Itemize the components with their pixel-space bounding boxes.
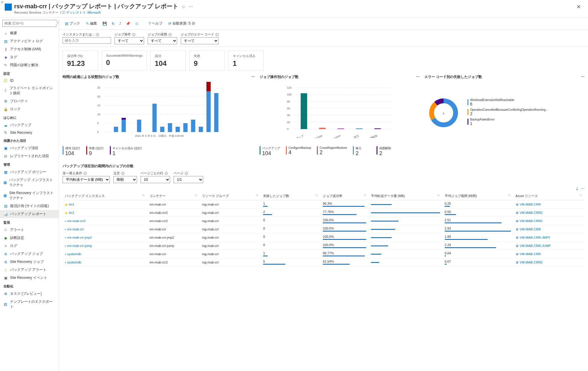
sidebar-item[interactable]: ⧉バックアップ ジョブ: [0, 250, 59, 258]
nav-item-label: アクセス制御 (IAM): [10, 47, 41, 52]
filter-operation-select[interactable]: すべて: [115, 37, 144, 44]
chart2-more-icon[interactable]: ⋯: [416, 74, 420, 79]
info-icon[interactable]: i: [121, 172, 124, 175]
sidebar-item[interactable]: ▦バックアップ ポリシー: [0, 168, 59, 176]
more-icon[interactable]: ⋯: [189, 4, 193, 9]
resource-link[interactable]: VM-MAB-CRR: [520, 203, 541, 206]
sidebar-item[interactable]: ▤アクティビティ ログ: [0, 37, 59, 45]
sidebar-item[interactable]: ⚙プロパティ: [0, 97, 59, 105]
nav-item-icon: ↻: [4, 131, 8, 135]
sidebar-item[interactable]: ▤復旧計画 (サイトの回復): [0, 202, 59, 210]
info-icon[interactable]: i: [169, 33, 172, 36]
sidebar-item[interactable]: ⚷アクセス制御 (IAM): [0, 45, 59, 53]
table-header[interactable]: コンテナー↑↓: [147, 192, 200, 200]
directory-link[interactable]: ディレクトリ: Microsoft: [66, 11, 101, 14]
instance-link[interactable]: hn1: [69, 203, 74, 206]
refresh-icon[interactable]: ↻: [110, 20, 116, 27]
instance-link[interactable]: hn1: [69, 211, 74, 214]
resource-link[interactable]: VM-MAB-CRR2: [520, 219, 543, 223]
instance-link[interactable]: vm-mab-crr-jump: [67, 244, 92, 248]
svg-text:2021 年 5 月 8 日、日曜日、午後 4:00:00: 2021 年 5 月 8 日、日曜日、午後 4:00:00: [135, 134, 184, 137]
search-input[interactable]: [2, 20, 56, 27]
nav-section-title: 監視: [0, 218, 59, 226]
sidebar-item[interactable]: ◉診断設定: [0, 234, 59, 242]
resource-link[interactable]: VM-MAB-CRR-JUMP: [520, 244, 551, 248]
filter-error-select[interactable]: すべて: [181, 37, 219, 44]
order-select[interactable]: 降順: [113, 176, 137, 183]
table-header[interactable]: 失敗したジョブ数↑↓: [261, 192, 320, 200]
sidebar-item[interactable]: ▣Site Recovery イベント: [0, 274, 59, 282]
sidebar-item[interactable]: ▣バックアップ項目: [0, 144, 59, 152]
info-icon[interactable]: i: [96, 33, 99, 36]
instance-link[interactable]: vm-mab-crr-jmp2: [67, 236, 92, 239]
sidebar-item[interactable]: ▤テンプレートのエクスポート: [0, 298, 59, 311]
share-icon[interactable]: ⤴: [118, 20, 123, 27]
info-icon[interactable]: i: [216, 33, 219, 36]
sort-select[interactable]: 平均転送データ量 (MB): [63, 176, 110, 183]
svg-rect-49: [374, 128, 381, 129]
info-icon[interactable]: i: [132, 33, 135, 36]
sidebar-item[interactable]: ⚙タスク (プレビュー): [0, 290, 59, 298]
collapse-sidebar-icon[interactable]: «: [56, 21, 60, 25]
table-header[interactable]: 平均転送データ量 (MB)↑↓: [369, 192, 442, 200]
sidebar-item[interactable]: ≡ログ: [0, 242, 59, 250]
page-select[interactable]: 1/1: [174, 176, 203, 183]
filter-status-select[interactable]: すべて: [148, 37, 177, 44]
instance-link[interactable]: systemdb: [67, 261, 81, 264]
save-icon[interactable]: 💾: [101, 20, 109, 27]
svg-text:5: 5: [97, 122, 99, 125]
table-header[interactable]: バックアップ インスタンス↑↓: [63, 192, 147, 200]
filter-instance-input[interactable]: [63, 37, 111, 44]
container-cell: vm-mab-crr-jmp2: [147, 233, 200, 242]
instance-link[interactable]: vm-mab-crr: [67, 227, 84, 231]
sidebar-item[interactable]: 📊バックアップ レポート: [0, 210, 59, 218]
sidebar-item[interactable]: ⚠バックアップ アラート: [0, 266, 59, 274]
info-icon[interactable]: i: [185, 172, 188, 175]
instance-link[interactable]: systemdb: [67, 252, 81, 256]
sidebar-item[interactable]: ⚿ID: [0, 77, 59, 84]
sidebar-item[interactable]: 🔒ロック: [0, 105, 59, 113]
nav-item-icon: ⧉: [4, 260, 8, 264]
table-header[interactable]: リソース グループ↑↓: [200, 192, 261, 200]
help-button[interactable]: ?ヘルプ: [146, 20, 165, 27]
sidebar-item[interactable]: ⤴プライベート エンドポイント接続: [0, 84, 59, 97]
export-icon[interactable]: ⤓: [576, 187, 579, 191]
sidebar-item[interactable]: ↻Site Recovery: [0, 129, 59, 136]
edit-button[interactable]: ✎編集: [84, 20, 100, 27]
table-header[interactable]: 平均ジョブ期間 (時間)↑↓: [442, 192, 513, 200]
sidebar-item[interactable]: ✎問題の診断と解決: [0, 61, 59, 69]
resource-link[interactable]: VM-MAB-CRR-JMP2: [520, 236, 550, 239]
workbook-button[interactable]: ▤ブック: [63, 20, 82, 27]
table-more-icon[interactable]: ⋯: [581, 187, 584, 191]
rate-cell: 100.0%: [320, 217, 369, 225]
sidebar-item[interactable]: ☁バックアップ: [0, 121, 59, 129]
resource-link[interactable]: VM-MAB-CRR2: [520, 211, 543, 214]
sidebar-item[interactable]: ⟐概要: [0, 29, 59, 37]
rows-select[interactable]: 10: [141, 176, 170, 183]
sidebar-item[interactable]: ◆タグ: [0, 53, 59, 61]
kpi-value: 104: [155, 59, 181, 68]
smiley-icon[interactable]: ☺: [133, 20, 140, 27]
pin-icon[interactable]: ☆: [182, 4, 185, 9]
table-header[interactable]: Azure リソース↑↓: [513, 192, 584, 200]
chart1-more-icon[interactable]: ⋯: [251, 74, 255, 79]
chart3-more-icon[interactable]: ⋯: [581, 74, 584, 79]
sidebar-item[interactable]: ▦Site Recovery インフラストラクチャ: [0, 189, 59, 202]
info-icon[interactable]: i: [165, 172, 168, 175]
pin-toolbar-icon[interactable]: 📌: [124, 20, 132, 27]
kpi-label: SucceededWithWarnings: [106, 54, 142, 57]
resource-link[interactable]: VM-MAB-CRR: [520, 252, 541, 256]
instance-link[interactable]: vm-mab-crr2: [67, 219, 86, 223]
sidebar-item[interactable]: ⇄レプリケートされた項目: [0, 152, 59, 160]
resource-link[interactable]: VM-MAB-CRR2: [520, 261, 543, 264]
auto-refresh-button[interactable]: ⟳自動更新: 5 分: [166, 20, 198, 27]
sidebar-item[interactable]: ⧉Site Recovery ジョブ: [0, 258, 59, 266]
info-icon[interactable]: i: [84, 172, 87, 175]
table-header[interactable]: ジョブ成功率↑↓: [320, 192, 369, 200]
resource-link[interactable]: VM-MAB-CRR: [520, 227, 541, 231]
vm-icon: 🖥: [516, 253, 519, 256]
sidebar-item[interactable]: ▦バックアップ インフラストラクチャ: [0, 176, 59, 189]
kpi-value: 91.23: [67, 59, 94, 68]
close-icon[interactable]: ✕: [574, 2, 583, 11]
sidebar-item[interactable]: ⚐アラート: [0, 226, 59, 234]
